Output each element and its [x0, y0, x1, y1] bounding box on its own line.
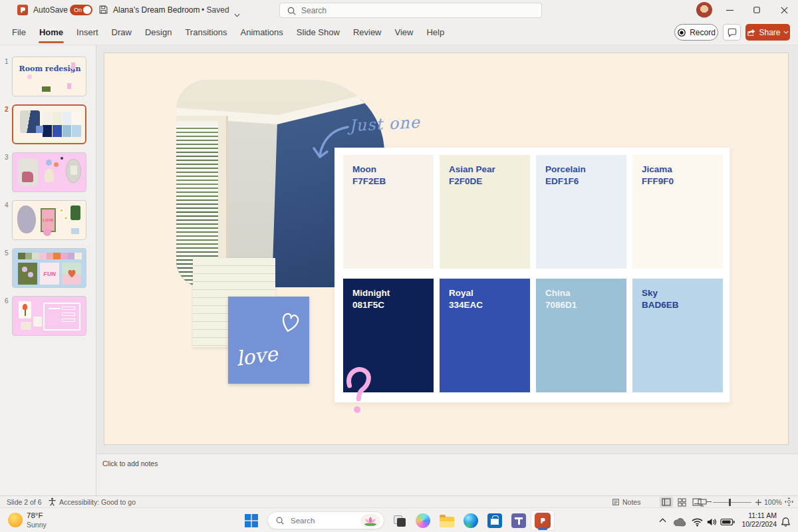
maximize-button[interactable] [743, 0, 770, 20]
weather-temperature[interactable]: 78°F [27, 511, 43, 519]
slide-thumbnail-3[interactable] [12, 152, 86, 192]
thumb-art [67, 83, 71, 89]
minimize-button[interactable] [716, 0, 743, 20]
color-swatch-asian-pear[interactable]: Asian Pear F2F0DE [440, 155, 530, 269]
tab-draw[interactable]: Draw [105, 20, 138, 45]
autosave-toggle[interactable]: On [70, 5, 92, 15]
windows-taskbar: 78°F Sunny [0, 507, 798, 532]
clock-date: 10/22/2024 [734, 520, 777, 529]
start-button[interactable] [243, 513, 259, 529]
document-title[interactable]: Alana’s Dream Bedroom [113, 5, 200, 15]
share-label: Share [759, 28, 780, 37]
system-clock[interactable]: 11:11 AM 10/22/2024 [734, 511, 777, 529]
just-one-annotation[interactable]: Just one [348, 112, 436, 136]
zoom-in-button[interactable] [755, 499, 761, 507]
zoom-out-button[interactable] [706, 501, 712, 502]
battery-tray-button[interactable] [720, 514, 735, 530]
microsoft-store-button[interactable] [487, 513, 503, 529]
tab-insert[interactable]: Insert [70, 20, 105, 45]
weather-condition[interactable]: Sunny [27, 521, 47, 529]
app-search-box[interactable] [279, 3, 542, 18]
tab-help[interactable]: Help [420, 20, 451, 45]
chevron-up-icon [659, 518, 666, 523]
wifi-tray-button[interactable] [690, 514, 704, 530]
thumb-art [42, 86, 51, 92]
slide-editor-area: Moon F7F2EB Asian Pear F2F0DE Porcelain … [96, 45, 798, 454]
search-icon [275, 516, 285, 525]
notes-toggle[interactable]: Notes [622, 498, 640, 506]
question-mark-doodle[interactable] [340, 364, 377, 418]
ribbon-tabs: File Home Insert Draw Design Transitions… [5, 20, 451, 45]
tab-design[interactable]: Design [138, 20, 178, 45]
saved-status[interactable]: • Saved [201, 5, 229, 15]
color-swatch-porcelain[interactable]: Porcelain EDF1F6 [536, 155, 626, 269]
zoom-slider-handle[interactable] [729, 499, 731, 506]
tab-transitions[interactable]: Transitions [178, 20, 233, 45]
file-explorer-button[interactable] [439, 513, 455, 529]
fit-slide-button[interactable] [785, 497, 793, 507]
color-swatch-royal[interactable]: Royal 334EAC [440, 279, 530, 392]
slide-thumbnail-4[interactable]: LOVE [12, 200, 86, 240]
color-swatch-china[interactable]: China 7086D1 [536, 279, 626, 392]
slideshow-icon [698, 498, 707, 507]
notes-pane[interactable]: Click to add notes [96, 454, 798, 495]
teams-button[interactable] [511, 513, 527, 529]
tab-home[interactable]: Home [33, 20, 70, 45]
color-swatch-jicama[interactable]: Jicama FFF9F0 [632, 155, 723, 269]
user-avatar[interactable] [696, 2, 712, 18]
edge-button[interactable] [463, 513, 479, 529]
tab-slideshow[interactable]: Slide Show [290, 20, 346, 45]
search-input[interactable] [300, 4, 526, 17]
copilot-icon [416, 513, 430, 528]
weather-sun-icon[interactable] [8, 513, 23, 527]
thumb-art [17, 205, 36, 233]
close-button[interactable] [771, 0, 797, 20]
swatch-grid: Moon F7F2EB Asian Pear F2F0DE Porcelain … [343, 155, 723, 392]
volume-tray-button[interactable] [705, 514, 718, 530]
notifications-button[interactable] [779, 514, 791, 530]
slide-thumbnail-5[interactable]: FUN [12, 248, 86, 288]
zoom-slider-track[interactable] [713, 502, 751, 503]
zoom-level[interactable]: 100% [764, 498, 782, 506]
normal-view-icon [662, 498, 671, 506]
taskbar-search-input[interactable] [289, 514, 359, 527]
comments-button[interactable] [723, 24, 741, 41]
tab-review[interactable]: Review [346, 20, 388, 45]
slide-number: 2 [5, 106, 11, 113]
tab-file[interactable]: File [5, 20, 33, 45]
powerpoint-taskbar-button[interactable] [531, 510, 555, 531]
slide-sorter-view-button[interactable] [675, 497, 688, 507]
swatch-code: BAD6EB [642, 299, 714, 311]
record-button[interactable]: Record [674, 24, 718, 41]
onedrive-tray-button[interactable] [672, 514, 688, 530]
save-icon[interactable] [98, 5, 108, 17]
normal-view-button[interactable] [660, 497, 673, 507]
slide-thumbnail-1[interactable]: Room redesign [12, 57, 86, 96]
chevron-down-icon[interactable] [234, 8, 240, 20]
thumb-art [46, 160, 52, 166]
love-sticky-note[interactable]: love [228, 297, 309, 384]
palette-board[interactable]: Moon F7F2EB Asian Pear F2F0DE Porcelain … [334, 148, 730, 402]
title-bar: AutoSave On Alana’s Dream Bedroom • Save… [0, 0, 798, 20]
comment-icon [727, 28, 737, 37]
tab-animations[interactable]: Animations [234, 20, 290, 45]
thumb-art [66, 159, 81, 183]
color-swatch-moon[interactable]: Moon F7F2EB [343, 155, 434, 269]
share-button[interactable]: Share [745, 24, 790, 41]
curved-arrow-icon[interactable] [311, 122, 350, 167]
autosave-state: On [74, 7, 82, 13]
powerpoint-icon[interactable] [17, 5, 28, 15]
swatch-name: Royal [449, 287, 521, 299]
taskbar-search-box[interactable] [267, 511, 384, 529]
slide-thumbnail-2[interactable] [12, 104, 86, 144]
thumb-art [33, 317, 42, 327]
tab-view[interactable]: View [388, 20, 420, 45]
slide-canvas[interactable]: Moon F7F2EB Asian Pear F2F0DE Porcelain … [104, 53, 788, 444]
thumb-art [19, 301, 31, 319]
color-swatch-sky[interactable]: Sky BAD6EB [632, 279, 723, 392]
slide-thumbnail-6[interactable] [12, 296, 86, 336]
accessibility-status[interactable]: Accessibility: Good to go [59, 498, 136, 506]
hidden-icons-chevron[interactable] [657, 515, 668, 525]
task-view-button[interactable] [391, 513, 407, 529]
copilot-button[interactable] [415, 513, 431, 529]
